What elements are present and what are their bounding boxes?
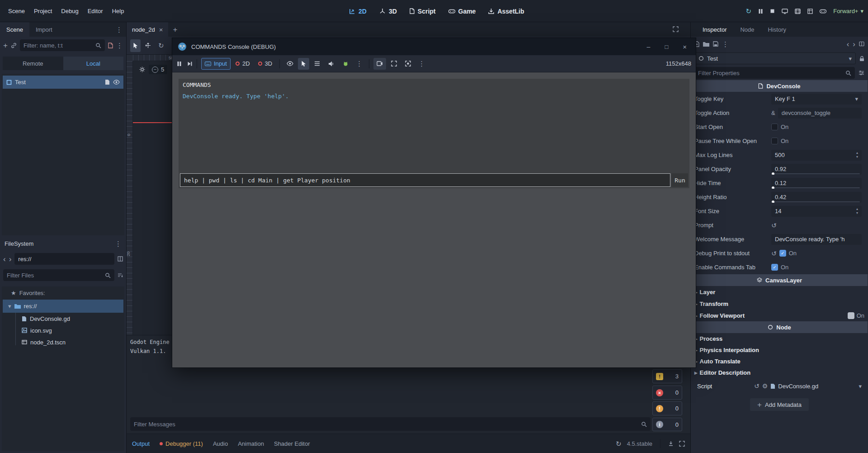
property-row-enable-commands[interactable]: Enable Commands Tab On bbox=[691, 260, 868, 274]
file-row-icon-svg[interactable]: icon.svg bbox=[2, 324, 124, 336]
tab-inspector[interactable]: Inspector bbox=[703, 26, 726, 33]
next-frame-icon[interactable] bbox=[187, 61, 193, 67]
console-command-input[interactable]: help | pwd | ls | cd Main | get Player p… bbox=[180, 173, 670, 187]
workspace-tab-2d[interactable]: 2D bbox=[349, 8, 367, 15]
dock-menu-icon[interactable] bbox=[115, 240, 122, 247]
revert-icon[interactable] bbox=[754, 383, 760, 389]
max-log-lines-spinner[interactable]: 500 bbox=[771, 150, 862, 161]
camera-override-2d-button[interactable]: 2D bbox=[232, 58, 253, 70]
error-counter-errors[interactable]: × 0 bbox=[652, 386, 682, 400]
sort-icon[interactable] bbox=[118, 272, 123, 278]
window-title-bar[interactable]: COMMANDS Console (DEBUG) bbox=[172, 38, 696, 55]
file-row-devconsole[interactable]: DevConsole.gd bbox=[2, 313, 124, 324]
commands-console-window[interactable]: COMMANDS Console (DEBUG) Input 2D 3D bbox=[172, 38, 696, 368]
nav-forward-icon[interactable] bbox=[9, 255, 12, 263]
spin-arrows-icon[interactable] bbox=[856, 151, 858, 159]
group-layer[interactable]: Layer bbox=[691, 286, 868, 298]
tab-shader-editor[interactable]: Shader Editor bbox=[274, 440, 310, 447]
visibility-eye-icon[interactable] bbox=[113, 80, 120, 85]
commands-tab-label[interactable]: COMMANDS bbox=[183, 81, 211, 88]
property-row-debug-print[interactable]: Debug Print to stdout On bbox=[691, 246, 868, 260]
split-view-icon[interactable] bbox=[118, 256, 123, 262]
pause-icon[interactable] bbox=[177, 61, 182, 67]
tab-node[interactable]: Node bbox=[740, 26, 754, 33]
scene-node-test[interactable]: Test bbox=[3, 76, 123, 89]
select-tool-button[interactable] bbox=[130, 39, 141, 52]
minimize-button[interactable] bbox=[647, 43, 651, 50]
property-row-pause-tree[interactable]: Pause Tree While Open On bbox=[691, 134, 868, 148]
select-mode-button[interactable] bbox=[298, 58, 309, 70]
workspace-tab-3d[interactable]: 3D bbox=[379, 8, 397, 15]
property-row-font-size[interactable]: Font Size 14 bbox=[691, 204, 868, 218]
close-window-button[interactable] bbox=[683, 43, 687, 50]
property-row-toggle-action[interactable]: Toggle Action &devconsole_toggle bbox=[691, 106, 868, 120]
script-property-row[interactable]: Script DevConsole.gd bbox=[691, 378, 868, 394]
property-row-max-log-lines[interactable]: Max Log Lines 500 bbox=[691, 148, 868, 162]
game-run-icon[interactable] bbox=[820, 9, 826, 14]
file-row-scene[interactable]: node_2d.tscn bbox=[2, 336, 124, 348]
view-menu-icon[interactable] bbox=[418, 60, 425, 67]
tab-output[interactable]: Output bbox=[132, 440, 150, 447]
debug-print-checkbox[interactable] bbox=[779, 250, 786, 257]
gear-icon[interactable] bbox=[762, 383, 768, 389]
pause-icon[interactable] bbox=[758, 9, 763, 14]
section-devconsole[interactable]: DevConsole bbox=[691, 80, 868, 92]
property-row-prompt[interactable]: Prompt bbox=[691, 218, 868, 232]
height-ratio-slider[interactable]: 0.42 bbox=[771, 192, 862, 203]
list-icon[interactable] bbox=[314, 61, 320, 66]
more-options-icon[interactable] bbox=[356, 60, 363, 67]
menu-scene[interactable]: Scene bbox=[4, 5, 29, 17]
panel-opacity-slider[interactable]: 0.92 bbox=[771, 164, 862, 175]
pin-bottom-panel-icon[interactable] bbox=[668, 441, 674, 446]
remote-debug-icon[interactable] bbox=[782, 9, 788, 14]
maximize-button[interactable] bbox=[665, 44, 668, 50]
revert-icon[interactable] bbox=[771, 250, 777, 257]
nav-back-icon[interactable] bbox=[3, 255, 6, 263]
history-back-icon[interactable] bbox=[847, 40, 849, 48]
group-editor-description[interactable]: Editor Description bbox=[691, 367, 868, 378]
property-row-hide-time[interactable]: Hide Time 0.12 bbox=[691, 176, 868, 190]
workspace-tab-script[interactable]: Script bbox=[410, 8, 436, 15]
menu-editor[interactable]: Editor bbox=[83, 5, 108, 17]
tab-scene[interactable]: Scene bbox=[0, 22, 29, 37]
resource-menu-icon[interactable] bbox=[722, 41, 729, 48]
debug-bug-icon[interactable] bbox=[343, 61, 349, 67]
property-row-height-ratio[interactable]: Height Ratio 0.42 bbox=[691, 190, 868, 204]
add-node-icon[interactable] bbox=[3, 42, 8, 49]
chevron-down-icon[interactable] bbox=[8, 303, 11, 309]
property-row-toggle-key[interactable]: Toggle Key Key F 1 bbox=[691, 92, 868, 106]
font-size-spinner[interactable]: 14 bbox=[771, 206, 862, 217]
camera-button[interactable] bbox=[373, 58, 386, 70]
movie-maker-icon[interactable] bbox=[795, 9, 801, 14]
renderer-dropdown[interactable]: Forward+ bbox=[833, 8, 863, 14]
local-tab[interactable]: Local bbox=[63, 57, 124, 70]
zoom-widget[interactable]: − 5 bbox=[149, 65, 167, 74]
spin-arrows-icon[interactable] bbox=[856, 207, 858, 215]
embed-game-icon[interactable] bbox=[391, 61, 397, 67]
workspace-tab-game[interactable]: Game bbox=[448, 8, 476, 15]
property-row-start-open[interactable]: Start Open On bbox=[691, 120, 868, 134]
lock-icon[interactable] bbox=[859, 56, 864, 62]
menu-debug[interactable]: Debug bbox=[57, 5, 83, 17]
dock-menu-icon[interactable] bbox=[116, 26, 123, 33]
expand-viewport-icon[interactable] bbox=[673, 26, 679, 32]
tab-import[interactable]: Import bbox=[29, 22, 59, 37]
camera-override-3d-button[interactable]: 3D bbox=[255, 58, 276, 70]
scene-filter-input[interactable]: Filter: name, t:t bbox=[20, 39, 105, 51]
tab-animation[interactable]: Animation bbox=[238, 440, 264, 447]
tune-icon[interactable] bbox=[859, 70, 864, 76]
tab-audio[interactable]: Audio bbox=[213, 440, 228, 447]
object-selector[interactable]: Test bbox=[694, 52, 856, 64]
group-follow-viewport[interactable]: Follow ViewportOn bbox=[691, 310, 868, 321]
node-script-icon[interactable] bbox=[105, 79, 110, 85]
load-resource-icon[interactable] bbox=[703, 42, 709, 47]
pause-tree-checkbox[interactable] bbox=[771, 138, 778, 144]
welcome-message-input[interactable]: DevConsole ready. Type 'h bbox=[771, 234, 862, 245]
move-tool-button[interactable] bbox=[142, 39, 154, 52]
slider-handle[interactable] bbox=[772, 172, 774, 175]
frames-icon[interactable] bbox=[807, 9, 813, 14]
eye-icon[interactable] bbox=[287, 61, 293, 66]
start-open-checkbox[interactable] bbox=[771, 124, 778, 130]
chevron-down-icon[interactable] bbox=[859, 383, 862, 389]
hide-time-slider[interactable]: 0.12 bbox=[771, 178, 862, 189]
